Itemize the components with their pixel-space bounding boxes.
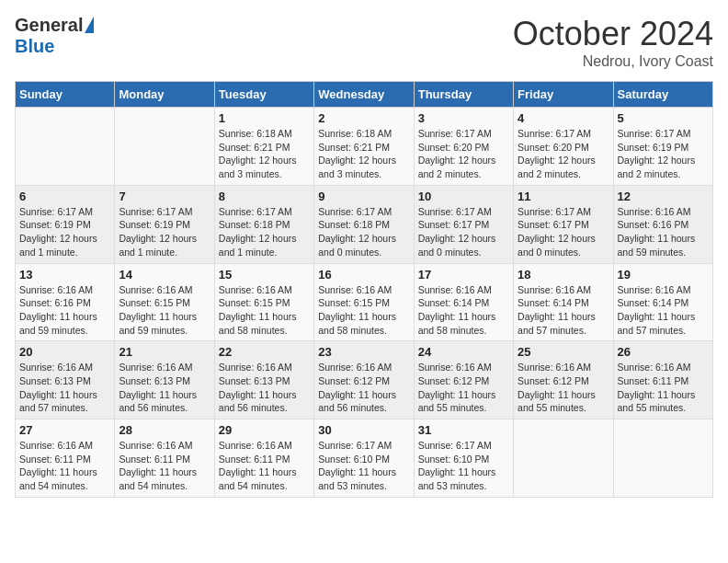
calendar-cell: 5Sunrise: 6:17 AM Sunset: 6:19 PM Daylig… bbox=[613, 108, 712, 186]
day-info: Sunrise: 6:16 AM Sunset: 6:11 PM Dayligh… bbox=[618, 361, 709, 415]
day-number: 5 bbox=[618, 111, 709, 125]
calendar-cell: 31Sunrise: 6:17 AM Sunset: 6:10 PM Dayli… bbox=[414, 419, 513, 498]
calendar-cell: 3Sunrise: 6:17 AM Sunset: 6:20 PM Daylig… bbox=[414, 108, 513, 186]
calendar-cell: 14Sunrise: 6:16 AM Sunset: 6:15 PM Dayli… bbox=[115, 263, 214, 341]
day-info: Sunrise: 6:17 AM Sunset: 6:17 PM Dayligh… bbox=[518, 205, 609, 259]
day-info: Sunrise: 6:16 AM Sunset: 6:12 PM Dayligh… bbox=[518, 361, 609, 415]
day-info: Sunrise: 6:16 AM Sunset: 6:16 PM Dayligh… bbox=[19, 283, 110, 338]
calendar-cell: 6Sunrise: 6:17 AM Sunset: 6:19 PM Daylig… bbox=[16, 185, 115, 263]
calendar-cell: 19Sunrise: 6:16 AM Sunset: 6:14 PM Dayli… bbox=[613, 263, 712, 341]
day-number: 12 bbox=[618, 190, 709, 203]
calendar-cell: 23Sunrise: 6:16 AM Sunset: 6:12 PM Dayli… bbox=[314, 341, 414, 419]
calendar-cell: 25Sunrise: 6:16 AM Sunset: 6:12 PM Dayli… bbox=[514, 341, 613, 419]
day-info: Sunrise: 6:17 AM Sunset: 6:19 PM Dayligh… bbox=[19, 205, 110, 259]
calendar-header-row: SundayMondayTuesdayWednesdayThursdayFrid… bbox=[16, 82, 713, 108]
day-number: 16 bbox=[318, 268, 409, 282]
logo-general-text: General bbox=[15, 15, 83, 36]
calendar-cell: 11Sunrise: 6:17 AM Sunset: 6:17 PM Dayli… bbox=[514, 185, 613, 263]
day-number: 24 bbox=[418, 345, 509, 359]
day-info: Sunrise: 6:16 AM Sunset: 6:15 PM Dayligh… bbox=[119, 283, 210, 338]
calendar-cell: 16Sunrise: 6:16 AM Sunset: 6:15 PM Dayli… bbox=[314, 263, 414, 341]
day-number: 25 bbox=[518, 345, 609, 359]
calendar-cell: 18Sunrise: 6:16 AM Sunset: 6:14 PM Dayli… bbox=[514, 263, 613, 341]
logo-blue-text: Blue bbox=[15, 36, 54, 57]
calendar-cell: 24Sunrise: 6:16 AM Sunset: 6:12 PM Dayli… bbox=[414, 341, 513, 419]
calendar-week-row: 27Sunrise: 6:16 AM Sunset: 6:11 PM Dayli… bbox=[16, 419, 713, 498]
day-info: Sunrise: 6:18 AM Sunset: 6:21 PM Dayligh… bbox=[318, 127, 409, 181]
day-number: 28 bbox=[119, 423, 210, 437]
day-info: Sunrise: 6:18 AM Sunset: 6:21 PM Dayligh… bbox=[219, 127, 310, 181]
day-number: 19 bbox=[618, 268, 709, 282]
day-number: 21 bbox=[119, 345, 210, 359]
day-number: 6 bbox=[19, 190, 110, 203]
calendar-table: SundayMondayTuesdayWednesdayThursdayFrid… bbox=[15, 81, 713, 498]
calendar-day-header: Friday bbox=[514, 82, 613, 108]
calendar-day-header: Wednesday bbox=[314, 82, 414, 108]
day-info: Sunrise: 6:16 AM Sunset: 6:13 PM Dayligh… bbox=[19, 361, 110, 415]
page-header: General Blue October 2024 Nedrou, Ivory … bbox=[15, 15, 713, 70]
calendar-cell: 28Sunrise: 6:16 AM Sunset: 6:11 PM Dayli… bbox=[115, 419, 214, 498]
day-number: 15 bbox=[219, 268, 310, 282]
calendar-day-header: Sunday bbox=[16, 82, 115, 108]
calendar-cell: 21Sunrise: 6:16 AM Sunset: 6:13 PM Dayli… bbox=[115, 341, 214, 419]
day-info: Sunrise: 6:16 AM Sunset: 6:15 PM Dayligh… bbox=[219, 283, 310, 338]
day-info: Sunrise: 6:17 AM Sunset: 6:20 PM Dayligh… bbox=[418, 127, 509, 181]
calendar-cell: 29Sunrise: 6:16 AM Sunset: 6:11 PM Dayli… bbox=[214, 419, 313, 498]
day-info: Sunrise: 6:16 AM Sunset: 6:12 PM Dayligh… bbox=[318, 361, 409, 415]
day-info: Sunrise: 6:17 AM Sunset: 6:19 PM Dayligh… bbox=[119, 205, 210, 259]
calendar-cell bbox=[16, 108, 115, 186]
day-info: Sunrise: 6:17 AM Sunset: 6:18 PM Dayligh… bbox=[318, 205, 409, 259]
day-number: 18 bbox=[518, 268, 609, 282]
calendar-cell: 2Sunrise: 6:18 AM Sunset: 6:21 PM Daylig… bbox=[314, 108, 414, 186]
day-number: 9 bbox=[318, 190, 409, 203]
day-number: 10 bbox=[418, 190, 509, 203]
calendar-cell: 12Sunrise: 6:16 AM Sunset: 6:16 PM Dayli… bbox=[613, 185, 712, 263]
calendar-cell: 10Sunrise: 6:17 AM Sunset: 6:17 PM Dayli… bbox=[414, 185, 513, 263]
calendar-cell: 22Sunrise: 6:16 AM Sunset: 6:13 PM Dayli… bbox=[214, 341, 313, 419]
day-number: 23 bbox=[318, 345, 409, 359]
day-info: Sunrise: 6:17 AM Sunset: 6:20 PM Dayligh… bbox=[518, 127, 609, 181]
day-number: 8 bbox=[219, 190, 310, 203]
day-number: 30 bbox=[318, 423, 409, 437]
calendar-day-header: Tuesday bbox=[214, 82, 313, 108]
location-subtitle: Nedrou, Ivory Coast bbox=[513, 53, 713, 70]
month-title: October 2024 bbox=[513, 15, 713, 53]
calendar-cell bbox=[115, 108, 214, 186]
day-number: 20 bbox=[19, 345, 110, 359]
calendar-cell bbox=[514, 419, 613, 498]
day-number: 3 bbox=[418, 111, 509, 125]
day-number: 13 bbox=[19, 268, 110, 282]
day-number: 29 bbox=[219, 423, 310, 437]
day-info: Sunrise: 6:16 AM Sunset: 6:13 PM Dayligh… bbox=[119, 361, 210, 415]
calendar-cell: 27Sunrise: 6:16 AM Sunset: 6:11 PM Dayli… bbox=[16, 419, 115, 498]
day-info: Sunrise: 6:16 AM Sunset: 6:15 PM Dayligh… bbox=[318, 283, 409, 338]
calendar-week-row: 1Sunrise: 6:18 AM Sunset: 6:21 PM Daylig… bbox=[16, 108, 713, 186]
day-info: Sunrise: 6:17 AM Sunset: 6:10 PM Dayligh… bbox=[418, 439, 509, 493]
day-info: Sunrise: 6:16 AM Sunset: 6:11 PM Dayligh… bbox=[19, 439, 110, 493]
day-number: 14 bbox=[119, 268, 210, 282]
day-number: 4 bbox=[518, 111, 609, 125]
logo-triangle-icon bbox=[85, 17, 94, 33]
calendar-cell: 26Sunrise: 6:16 AM Sunset: 6:11 PM Dayli… bbox=[613, 341, 712, 419]
calendar-cell: 7Sunrise: 6:17 AM Sunset: 6:19 PM Daylig… bbox=[115, 185, 214, 263]
day-info: Sunrise: 6:16 AM Sunset: 6:11 PM Dayligh… bbox=[119, 439, 210, 493]
day-number: 22 bbox=[219, 345, 310, 359]
day-info: Sunrise: 6:17 AM Sunset: 6:17 PM Dayligh… bbox=[418, 205, 509, 259]
day-number: 31 bbox=[418, 423, 509, 437]
day-info: Sunrise: 6:17 AM Sunset: 6:10 PM Dayligh… bbox=[318, 439, 409, 493]
calendar-day-header: Monday bbox=[115, 82, 214, 108]
calendar-week-row: 13Sunrise: 6:16 AM Sunset: 6:16 PM Dayli… bbox=[16, 263, 713, 341]
calendar-cell: 1Sunrise: 6:18 AM Sunset: 6:21 PM Daylig… bbox=[214, 108, 313, 186]
calendar-cell: 4Sunrise: 6:17 AM Sunset: 6:20 PM Daylig… bbox=[514, 108, 613, 186]
day-number: 2 bbox=[318, 111, 409, 125]
day-number: 11 bbox=[518, 190, 609, 203]
calendar-cell: 8Sunrise: 6:17 AM Sunset: 6:18 PM Daylig… bbox=[214, 185, 313, 263]
day-info: Sunrise: 6:16 AM Sunset: 6:14 PM Dayligh… bbox=[418, 283, 509, 338]
day-number: 27 bbox=[19, 423, 110, 437]
calendar-cell: 9Sunrise: 6:17 AM Sunset: 6:18 PM Daylig… bbox=[314, 185, 414, 263]
calendar-week-row: 20Sunrise: 6:16 AM Sunset: 6:13 PM Dayli… bbox=[16, 341, 713, 419]
day-info: Sunrise: 6:16 AM Sunset: 6:11 PM Dayligh… bbox=[219, 439, 310, 493]
day-info: Sunrise: 6:16 AM Sunset: 6:16 PM Dayligh… bbox=[618, 205, 709, 259]
day-number: 17 bbox=[418, 268, 509, 282]
calendar-cell: 13Sunrise: 6:16 AM Sunset: 6:16 PM Dayli… bbox=[16, 263, 115, 341]
